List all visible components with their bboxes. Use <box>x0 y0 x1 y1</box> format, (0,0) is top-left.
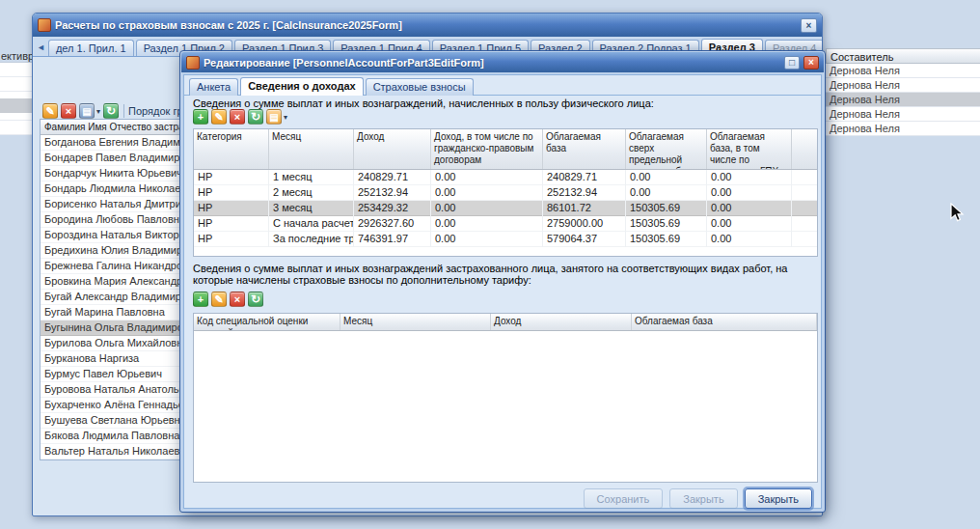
insured-persons-list: Фамилия Имя Отчество застрахо... Богдано… <box>40 119 181 460</box>
dialog-tab[interactable]: Сведения о доходах <box>240 77 364 96</box>
column-header[interactable]: Месяц <box>269 129 354 169</box>
copy-menu-icon[interactable]: ▤ <box>266 109 282 125</box>
list-item[interactable]: Бушуева Светлана Юрьевна <box>41 413 180 429</box>
table-cell: С начала расчетн... <box>269 216 354 232</box>
table-row: Дернова Неля <box>826 64 980 78</box>
delete-icon[interactable]: × <box>61 103 76 119</box>
tab-scroll-left-icon[interactable]: ◄ <box>37 42 45 52</box>
edit-icon[interactable]: ✎ <box>42 103 58 119</box>
table-cell: 150305.69 <box>626 201 707 216</box>
table-cell: 0.00 <box>431 232 543 247</box>
dialog-title: Редактирование [PersonnelAccountForPart3… <box>204 57 780 69</box>
group-order-label: Порядок груп... <box>128 105 181 117</box>
list-item[interactable]: Бурканова Наргиза <box>41 351 180 367</box>
list-item[interactable]: Бугай Марина Павловна <box>41 305 180 320</box>
list-item[interactable]: Бондарь Людмила Николаевна <box>41 181 180 197</box>
dialog-tab[interactable]: Страховые взносы <box>366 78 474 96</box>
list-item[interactable]: Бугай Александр Владимирович <box>41 290 180 305</box>
column-header[interactable]: Доход <box>491 314 632 330</box>
refresh-icon[interactable]: ↻ <box>103 103 119 119</box>
background-grid-fragment <box>0 62 32 135</box>
column-header[interactable]: Фамилия Имя Отчество застрахо... <box>41 120 180 135</box>
close-icon[interactable]: × <box>801 18 817 33</box>
column-header[interactable]: Облагаемая сверх предельной величины баз… <box>626 129 707 169</box>
table-row[interactable]: НР1 месяц240829.710.00240829.710.000.00 <box>194 170 817 185</box>
table-row: Дернова Неля <box>826 78 980 93</box>
table-cell: 240829.71 <box>354 170 431 185</box>
table-row: Дернова Неля <box>826 93 980 107</box>
list-item[interactable]: Бородина Любовь Павловна <box>41 212 180 228</box>
list-item[interactable]: Бурмус Павел Юрьевич <box>41 367 180 382</box>
export-icon[interactable]: ▤ <box>79 103 95 119</box>
dialog-body: АнкетаСведения о доходахСтраховые взносы… <box>183 74 822 509</box>
column-header[interactable]: Доход, в том числе по гражданско-правовы… <box>431 129 543 169</box>
dropdown-arrow-icon[interactable]: ▾ <box>96 107 100 116</box>
table-row[interactable]: НР2 месяц252132.940.00252132.940.000.00 <box>194 185 817 201</box>
list-item[interactable]: Бредихина Юлия Владимировна <box>41 243 180 259</box>
table-row[interactable]: НРЗа последние три...746391.970.00579064… <box>194 232 817 247</box>
column-header[interactable]: Облагаемая база <box>632 314 817 330</box>
dialog-titlebar[interactable]: Редактирование [PersonnelAccountForPart3… <box>181 52 824 72</box>
main-window-titlebar[interactable]: Расчеты по страховым взносам с 2025 г. [… <box>33 14 822 37</box>
restore-icon[interactable]: □ <box>784 56 800 70</box>
column-header[interactable]: Доход <box>354 129 431 169</box>
table-cell: 0.00 <box>707 232 792 247</box>
table-cell: 252132.94 <box>354 185 431 201</box>
list-item[interactable]: Брежнева Галина Никандровна <box>41 259 180 274</box>
save-button[interactable]: Сохранить <box>584 488 664 509</box>
list-item[interactable]: Бондарев Павел Владимирович <box>41 151 180 166</box>
table-cell: 240829.71 <box>543 170 626 185</box>
payments-toolbar: +✎×↻▤▾ <box>193 109 290 126</box>
table-cell: 579064.37 <box>543 232 626 247</box>
refresh-icon[interactable]: ↻ <box>248 292 263 307</box>
table-cell: 150305.69 <box>626 216 707 232</box>
edit-icon[interactable]: ✎ <box>211 109 227 125</box>
edit-icon[interactable]: ✎ <box>211 292 227 307</box>
list-item[interactable]: Богданова Евгения Владимировна <box>41 135 180 151</box>
list-item[interactable]: Бровкина Мария Александровна <box>41 274 180 290</box>
delete-icon[interactable]: × <box>230 109 245 125</box>
table-cell: 1 месяц <box>269 170 354 185</box>
table-cell: 0.00 <box>707 216 792 232</box>
list-item[interactable]: Вальтер Наталья Николаевна <box>41 444 180 459</box>
column-header[interactable]: Категория <box>194 129 269 169</box>
list-item[interactable]: Бондарчук Никита Юрьевич <box>41 166 180 181</box>
add-icon[interactable]: + <box>193 109 208 125</box>
delete-icon[interactable]: × <box>230 292 245 307</box>
close-icon[interactable]: × <box>803 56 819 70</box>
refresh-icon[interactable]: ↻ <box>248 109 263 125</box>
column-header[interactable]: Облагаемая база <box>543 129 626 169</box>
dropdown-arrow-icon[interactable]: ▾ <box>284 113 287 122</box>
table-cell: 150305.69 <box>626 232 707 247</box>
background-composer-column: Составитель Дернова НеляДернова НеляДерн… <box>826 48 980 136</box>
list-item[interactable]: Буровова Наталья Анатольевна <box>41 382 180 398</box>
dialog-tab[interactable]: Анкета <box>189 78 238 96</box>
list-item[interactable]: Бугынина Ольга Владимировна <box>41 320 180 336</box>
table-cell: 746391.97 <box>354 232 431 247</box>
list-item[interactable]: Бурилова Ольга Михайловна <box>41 336 180 351</box>
dialog-buttons: СохранитьЗакрытьЗакрыть <box>584 488 812 509</box>
main-window-tab[interactable]: дел 1. Прил. 1 <box>48 40 134 57</box>
payments-caption: Сведения о сумме выплат и иных вознаграж… <box>193 97 812 109</box>
list-item[interactable]: Борисенко Наталья Дмитриевна <box>41 197 180 212</box>
column-header[interactable]: Облагаемая база, в том числе по договора… <box>707 129 792 169</box>
edit-dialog: Редактирование [PersonnelAccountForPart3… <box>179 50 826 513</box>
table-row[interactable]: НРС начала расчетн...2926327.600.0027590… <box>194 216 817 232</box>
desktop: ективров Составитель Дернова НеляДернова… <box>0 0 980 529</box>
app-icon <box>38 18 51 32</box>
close-button[interactable]: Закрыть <box>745 488 812 509</box>
column-header[interactable]: Месяц <box>340 314 491 330</box>
table-cell: 2759000.00 <box>543 216 626 232</box>
table-cell: 86101.72 <box>543 201 626 216</box>
table-cell: 2926327.60 <box>354 216 431 232</box>
table-cell: 252132.94 <box>543 185 626 201</box>
table-row[interactable]: НР3 месяц253429.320.0086101.72150305.690… <box>194 201 817 216</box>
table-cell: НР <box>194 201 269 216</box>
list-item[interactable]: Бякова Людмила Павловна <box>41 429 180 444</box>
column-header[interactable]: Код специальной оценки условий т... <box>194 314 340 330</box>
dialog-tabstrip: АнкетаСведения о доходахСтраховые взносы <box>184 75 821 96</box>
close-button-disabled[interactable]: Закрыть <box>669 488 737 509</box>
list-item[interactable]: Бороздина Наталья Викторовна <box>41 228 180 243</box>
list-item[interactable]: Бухарченко Алёна Геннадьевна <box>41 398 180 413</box>
add-icon[interactable]: + <box>193 292 208 307</box>
